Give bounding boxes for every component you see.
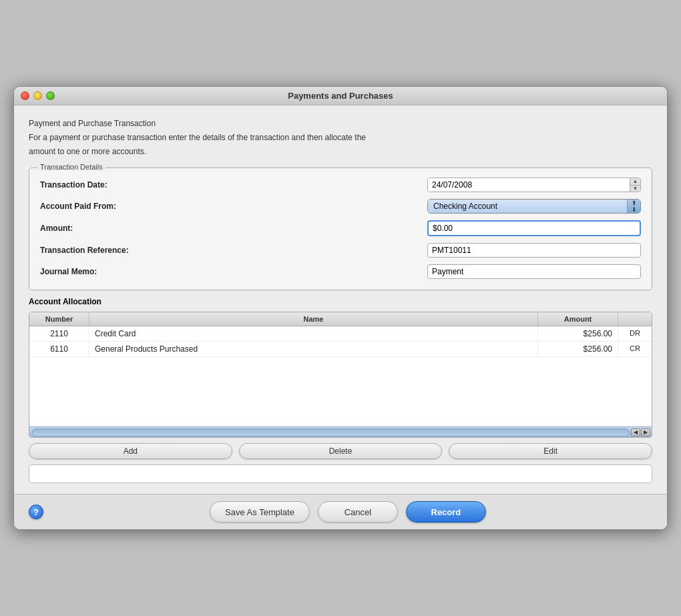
account-control: Checking Account ⬆⬇ <box>174 199 641 214</box>
memo-input[interactable] <box>427 264 641 279</box>
record-button[interactable]: Record <box>406 501 486 523</box>
edit-button[interactable]: Edit <box>449 443 652 459</box>
spinner-up[interactable]: ▲ <box>630 178 640 186</box>
account-row: Account Paid From: Checking Account ⬆⬇ <box>40 199 641 214</box>
row2-amount: $256.00 <box>538 342 618 356</box>
row1-amount: $256.00 <box>538 326 618 341</box>
memo-control <box>174 264 641 279</box>
reference-input[interactable] <box>427 243 641 258</box>
account-display: Checking Account <box>428 200 627 213</box>
maximize-button[interactable] <box>46 91 55 100</box>
date-label: Transaction Date: <box>40 180 174 190</box>
scroll-right[interactable]: ▶ <box>641 428 650 436</box>
bottom-buttons: Save As Template Cancel Record <box>43 501 652 523</box>
memo-label: Journal Memo: <box>40 267 174 276</box>
date-spinner: ▲ ▼ <box>630 178 640 192</box>
date-input[interactable] <box>428 178 630 192</box>
titlebar: Payments and Purchases <box>14 87 667 105</box>
row1-number: 2110 <box>29 326 89 341</box>
row1-name: Credit Card <box>89 326 538 341</box>
account-select-container[interactable]: Checking Account ⬆⬇ <box>427 199 641 214</box>
cancel-button[interactable]: Cancel <box>318 501 398 523</box>
table-buttons: Add Delete Edit <box>29 443 652 459</box>
scroll-arrows: ◀ ▶ <box>631 428 650 436</box>
delete-button[interactable]: Delete <box>239 443 443 459</box>
transaction-details-label: Transaction Details <box>37 163 105 171</box>
save-template-button[interactable]: Save As Template <box>210 501 310 523</box>
account-label: Account Paid From: <box>40 202 174 211</box>
date-control: ▲ ▼ <box>174 178 641 192</box>
account-dropdown-arrow[interactable]: ⬆⬇ <box>627 200 640 213</box>
col-number: Number <box>29 312 89 326</box>
col-amount: Amount <box>538 312 618 326</box>
amount-row: Amount: <box>40 220 641 236</box>
transaction-details-box: Transaction Details Transaction Date: ▲ … <box>29 168 652 290</box>
amount-control <box>174 220 641 236</box>
close-button[interactable] <box>21 91 29 100</box>
date-input-wrap: ▲ ▼ <box>427 178 641 192</box>
reference-row: Transaction Reference: <box>40 243 641 258</box>
table-header: Number Name Amount <box>29 312 652 326</box>
allocation-label: Account Allocation <box>29 297 652 306</box>
minimize-button[interactable] <box>33 91 42 100</box>
content-area: Payment and Purchase Transaction For a p… <box>14 105 667 495</box>
col-type <box>618 312 652 326</box>
window-title: Payments and Purchases <box>288 91 393 101</box>
date-row: Transaction Date: ▲ ▼ <box>40 178 641 192</box>
description-line1: Payment and Purchase Transaction <box>29 117 652 130</box>
table-row[interactable]: 2110 Credit Card $256.00 DR <box>29 326 652 342</box>
traffic-lights <box>21 91 55 100</box>
main-window: Payments and Purchases Payment and Purch… <box>13 86 668 531</box>
description-line2: For a payment or purchase transaction en… <box>29 131 652 144</box>
add-button[interactable]: Add <box>29 443 232 459</box>
spinner-down[interactable]: ▼ <box>630 186 640 192</box>
reference-control <box>174 243 641 258</box>
bottom-bar: ? Save As Template Cancel Record <box>14 494 667 529</box>
memo-row: Journal Memo: <box>40 264 641 279</box>
help-button[interactable]: ? <box>29 505 43 519</box>
horizontal-scrollbar[interactable]: ◀ ▶ <box>29 426 652 437</box>
row1-type: DR <box>618 326 652 341</box>
table-body: 2110 Credit Card $256.00 DR 6110 General… <box>29 326 652 426</box>
row2-name: General Products Purchased <box>89 342 538 356</box>
description: Payment and Purchase Transaction For a p… <box>29 117 652 159</box>
reference-label: Transaction Reference: <box>40 246 174 255</box>
allocation-section: Account Allocation Number Name Amount 21… <box>29 297 652 483</box>
bottom-memo-bar <box>29 465 652 483</box>
allocation-table: Number Name Amount 2110 Credit Card $256… <box>29 312 652 438</box>
amount-label: Amount: <box>40 224 174 233</box>
scrollbar-track[interactable] <box>32 428 630 436</box>
amount-input[interactable] <box>427 220 641 236</box>
description-line3: amount to one or more accounts. <box>29 145 652 158</box>
row2-number: 6110 <box>29 342 89 356</box>
scroll-left[interactable]: ◀ <box>631 428 640 436</box>
table-row[interactable]: 6110 General Products Purchased $256.00 … <box>29 342 652 357</box>
col-name: Name <box>89 312 538 326</box>
row2-type: CR <box>618 342 652 356</box>
